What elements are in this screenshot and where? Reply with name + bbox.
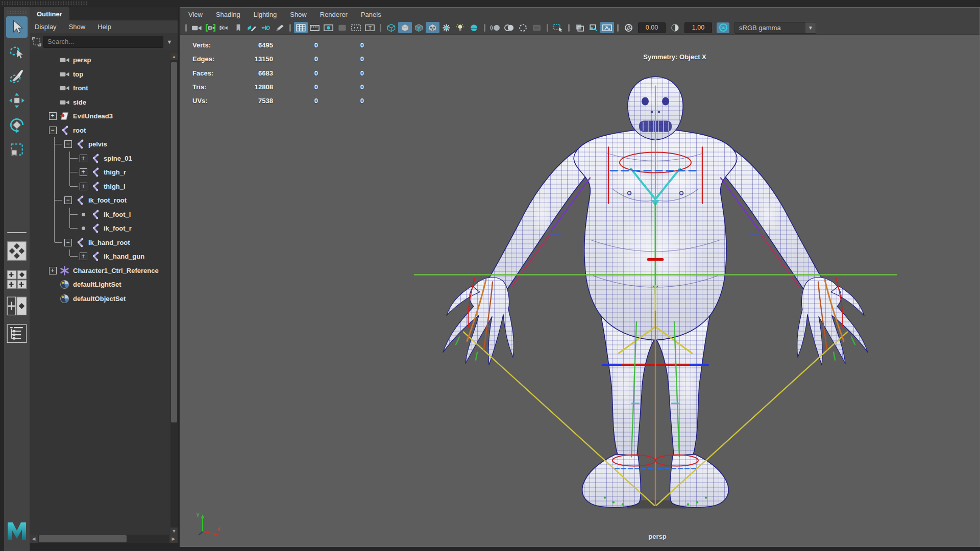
outliner-item-defaultLightSet[interactable]: defaultLightSet (30, 278, 170, 292)
scroll-right-icon[interactable]: ▶ (169, 535, 178, 543)
contrast-icon[interactable] (668, 22, 682, 33)
ssao-icon[interactable] (467, 22, 481, 33)
outliner-item-ik_foot_l[interactable]: ik_foot_l (30, 208, 170, 222)
motion-blur-icon[interactable] (488, 22, 502, 33)
outliner-horizontal-scrollbar[interactable]: ◀ ▶ (30, 535, 178, 543)
outliner-hscroll-thumb[interactable] (39, 535, 127, 542)
sequencer-pane-icon[interactable] (530, 22, 544, 33)
outliner-item-top[interactable]: top (30, 67, 170, 82)
multisample-icon[interactable] (502, 22, 516, 33)
outliner-item-root[interactable]: −root (30, 123, 170, 138)
viewport-menu-show[interactable]: Show (290, 11, 307, 18)
isolate-select-icon[interactable] (551, 22, 565, 33)
scroll-up-icon[interactable]: ▲ (170, 53, 178, 60)
textured-icon[interactable] (426, 22, 439, 33)
grid-icon[interactable] (294, 22, 308, 33)
viewport-menu-shading[interactable]: Shading (216, 11, 240, 18)
exposure-field[interactable]: 0.00 (638, 22, 666, 33)
outliner-persp-layout-button[interactable] (7, 321, 27, 346)
outliner-item-defaultObjectSet[interactable]: defaultObjectSet (30, 292, 170, 306)
outliner-item-ik_hand_root[interactable]: −ik_hand_root (30, 236, 170, 250)
expand-icon[interactable]: + (78, 152, 89, 166)
image-plane-icon[interactable] (245, 22, 259, 33)
outliner-item-ik_foot_r[interactable]: ik_foot_r (30, 221, 170, 236)
wireframe-icon[interactable] (384, 22, 398, 33)
outliner-item-spine_01[interactable]: +spine_01 (30, 152, 170, 166)
search-filter-icon[interactable] (32, 37, 42, 47)
outliner-vscroll-thumb[interactable] (171, 62, 177, 422)
safe-title-icon[interactable]: T (363, 22, 377, 33)
outliner-tab[interactable]: Outliner (30, 7, 69, 20)
perspective-view[interactable]: Verts:649500Edges:1315000Faces:668300Tri… (180, 34, 979, 546)
four-view-layout-button[interactable] (7, 238, 27, 264)
depth-of-field-icon[interactable] (516, 22, 530, 33)
select-tool[interactable] (6, 16, 28, 38)
viewport-menu-lighting[interactable]: Lighting (254, 11, 277, 18)
collapse-icon[interactable]: − (62, 137, 74, 152)
film-gate-icon[interactable]: A (204, 22, 217, 33)
outliner-item-thigh_l[interactable]: +thigh_l (30, 180, 170, 194)
expand-icon[interactable]: + (78, 165, 89, 180)
two-pane-layout-button[interactable] (7, 295, 27, 317)
expand-icon[interactable]: + (47, 109, 58, 123)
rotate-tool[interactable] (6, 114, 28, 136)
expand-icon[interactable]: + (78, 249, 89, 264)
outliner-search-input[interactable] (43, 36, 163, 48)
node-label: Character1_Ctrl_Reference (73, 267, 159, 274)
gamma-field[interactable]: 1.00 (684, 22, 712, 33)
exposure-icon[interactable] (622, 22, 635, 33)
outliner-item-thigh_r[interactable]: +thigh_r (30, 165, 170, 180)
view-transform-dropdown[interactable]: sRGB gamma▼ (734, 22, 816, 34)
outliner-item-ik_hand_gun[interactable]: +ik_hand_gun (30, 249, 170, 264)
sphere-icon (58, 280, 71, 290)
grease-pencil-icon[interactable] (273, 22, 286, 33)
outliner-item-side[interactable]: side (30, 95, 170, 110)
viewport-menu-panels[interactable]: Panels (361, 11, 381, 18)
scale-tool[interactable] (6, 139, 28, 160)
color-management-toggle[interactable]: ON (717, 22, 729, 33)
xray-joints-icon[interactable] (586, 22, 600, 33)
film-gate-display-icon[interactable] (308, 22, 322, 33)
toolbar-drag-grip[interactable] (1, 1, 88, 6)
collapse-icon[interactable]: − (47, 123, 58, 138)
outliner-item-EvilUndead3[interactable]: +EvilUndead3 (30, 109, 170, 123)
viewport-menu-view[interactable]: View (188, 11, 203, 18)
expand-icon[interactable]: + (78, 180, 89, 194)
outliner-vertical-scrollbar[interactable]: ▲ ▼ (170, 53, 178, 535)
lasso-tool[interactable] (6, 41, 28, 62)
smooth-shade-icon[interactable] (398, 22, 412, 33)
outliner-item-Character1_Ctrl_Reference[interactable]: +Character1_Ctrl_Reference (30, 264, 170, 278)
field-chart-icon[interactable] (335, 22, 349, 33)
search-options-chevron-icon[interactable]: ▼ (163, 39, 176, 45)
viewport-menu-renderer[interactable]: Renderer (320, 11, 348, 18)
wireframe-on-shaded-icon[interactable] (412, 22, 426, 33)
outliner-item-front[interactable]: front (30, 81, 170, 95)
quad-buttons-layout-button[interactable] (7, 268, 27, 291)
safe-action-icon[interactable] (349, 22, 363, 33)
toolbox-drag-grip[interactable] (7, 10, 27, 14)
paint-selection-tool[interactable] (6, 65, 28, 87)
scroll-down-icon[interactable]: ▼ (170, 528, 178, 535)
scroll-left-icon[interactable]: ◀ (30, 535, 38, 543)
bookmark-icon[interactable] (231, 22, 245, 33)
outliner-menu-show[interactable]: Show (69, 23, 86, 31)
outliner-item-pelvis[interactable]: −pelvis (30, 137, 170, 152)
camera-icon[interactable] (190, 22, 204, 33)
character-model[interactable] (180, 35, 979, 546)
collapse-icon[interactable]: − (62, 193, 74, 208)
xray-icon[interactable] (573, 22, 586, 33)
collapse-icon[interactable]: − (62, 236, 74, 250)
move-tool[interactable] (6, 90, 28, 111)
symmetry-status: Symmetry: Object X (643, 53, 706, 61)
gate-mask-icon[interactable] (322, 22, 335, 33)
use-all-lights-icon[interactable] (439, 22, 453, 33)
outliner-item-persp[interactable]: persp (30, 53, 170, 67)
shadows-icon[interactable] (453, 22, 467, 33)
outliner-menu-help[interactable]: Help (97, 23, 111, 31)
exposure-display-icon[interactable] (600, 22, 614, 33)
outliner-item-ik_foot_root[interactable]: −ik_foot_root (30, 193, 170, 208)
outliner-menu-display[interactable]: Display (35, 23, 57, 31)
resolution-gate-icon[interactable] (217, 22, 231, 33)
pan-zoom-icon[interactable] (259, 22, 273, 33)
expand-icon[interactable]: + (47, 264, 58, 278)
